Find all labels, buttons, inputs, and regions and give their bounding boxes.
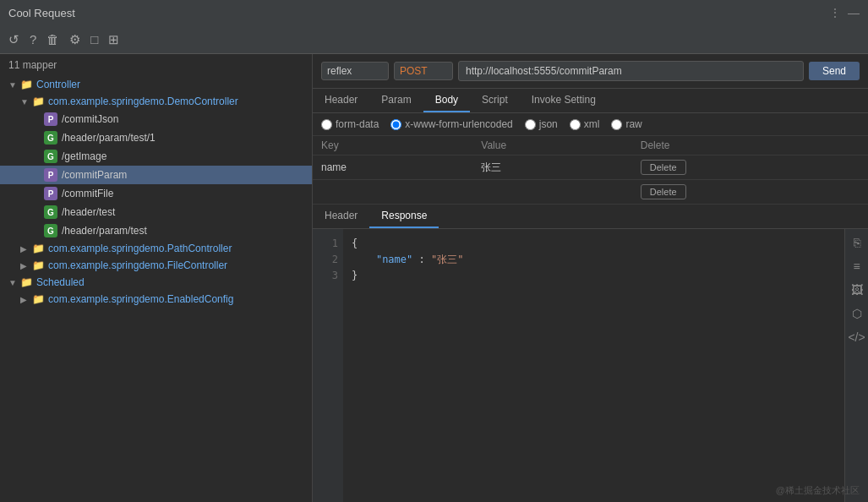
reflex-select[interactable]: reflex xyxy=(321,62,389,80)
image-icon[interactable]: 🖼 xyxy=(849,281,865,298)
tree-item-commitJson[interactable]: P/commitJson xyxy=(0,110,312,128)
col-value: Value xyxy=(472,136,631,156)
tab-header[interactable]: Header xyxy=(313,89,369,112)
tree-label: /header/param/test/1 xyxy=(62,132,156,144)
tree-arrow: ▶ xyxy=(20,295,32,304)
param-table: Key Value Delete name 张三 Delete Delete xyxy=(313,136,868,205)
tree-item-demo-controller[interactable]: ▼📁com.example.springdemo.DemoController xyxy=(0,93,312,110)
tab-body[interactable]: Body xyxy=(423,89,470,112)
list-icon[interactable]: ≡ xyxy=(851,258,861,275)
method-badge: G xyxy=(44,224,57,237)
tree-arrow: ▼ xyxy=(8,80,20,90)
tree-item-header-test[interactable]: G/header/test xyxy=(0,203,312,221)
main-layout: 11 mapper ▼📁Controller▼📁com.example.spri… xyxy=(0,54,868,502)
radio-raw[interactable]: raw xyxy=(611,118,641,130)
folder-icon: 📁 xyxy=(32,293,45,305)
tree-label: /getImage xyxy=(62,150,106,162)
delete-button-1[interactable]: Delete xyxy=(641,184,686,199)
method-badge: G xyxy=(44,131,57,145)
response-code: { "name" : "张三" } xyxy=(343,229,844,502)
tree-label: /commitParam xyxy=(62,169,127,181)
tree-label: /header/test xyxy=(62,206,115,218)
tag-icon[interactable]: ⬡ xyxy=(850,305,864,322)
param-delete-0: Delete xyxy=(632,156,868,180)
tree-item-getImage[interactable]: G/getImage xyxy=(0,147,312,166)
tree-item-header-param-test-1[interactable]: G/header/param/test/1 xyxy=(0,128,312,147)
code-line-1: { xyxy=(352,236,836,252)
help-icon[interactable]: ? xyxy=(30,32,36,46)
layout-icon[interactable]: ⊞ xyxy=(108,32,119,47)
code-icon[interactable]: </> xyxy=(846,329,866,346)
folder-icon: 📁 xyxy=(32,259,45,271)
tab-script[interactable]: Script xyxy=(470,89,520,112)
folder-icon: 📁 xyxy=(32,243,45,254)
app-title: Cool Request xyxy=(8,7,75,19)
radio-json[interactable]: json xyxy=(525,118,558,130)
tree-item-enabled-config[interactable]: ▶📁com.example.springdemo.EnabledConfig xyxy=(0,291,312,308)
line-numbers: 123 xyxy=(313,229,343,502)
table-row: name 张三 Delete xyxy=(313,156,868,180)
folder-icon: 📁 xyxy=(32,95,45,107)
toolbar: ↺ ? 🗑 ⚙ □ ⊞ xyxy=(0,25,868,54)
tree-label: /commitJson xyxy=(62,113,118,125)
body-type-row: form-data x-www-form-urlencoded json xml… xyxy=(313,113,868,136)
tree-item-commitFile[interactable]: P/commitFile xyxy=(0,184,312,203)
param-value-1 xyxy=(472,180,631,205)
delete-button-0[interactable]: Delete xyxy=(641,160,686,175)
tree-arrow: ▼ xyxy=(8,278,20,287)
mapper-count: 11 mapper xyxy=(0,54,312,76)
tree-arrow: ▶ xyxy=(20,244,32,254)
tree-item-file-controller[interactable]: ▶📁com.example.springdemo.FileController xyxy=(0,257,312,274)
url-input[interactable] xyxy=(458,61,804,81)
window-icon[interactable]: □ xyxy=(90,32,98,46)
param-key-0: name xyxy=(313,156,472,180)
tree-label: Scheduled xyxy=(36,276,85,288)
tree-item-controller-root[interactable]: ▼📁Controller xyxy=(0,76,312,93)
response-tabs: Header Response xyxy=(313,205,868,229)
tree-item-scheduled-root[interactable]: ▼📁Scheduled xyxy=(0,274,312,291)
tree-label: com.example.springdemo.DemoController xyxy=(48,95,238,107)
request-bar: reflex POST GET PUT DELETE PATCH Send xyxy=(313,54,868,89)
window-controls: ⋮ — xyxy=(829,6,860,19)
tree-item-path-controller[interactable]: ▶📁com.example.springdemo.PathController xyxy=(0,240,312,257)
code-line-2: "name" : "张三" xyxy=(352,252,836,268)
tree-container: ▼📁Controller▼📁com.example.springdemo.Dem… xyxy=(0,76,312,308)
table-row: Delete xyxy=(313,180,868,205)
method-badge: P xyxy=(44,187,57,200)
response-section: Header Response 123 { "name" : "张三" } ⎘ … xyxy=(313,205,868,502)
send-button[interactable]: Send xyxy=(809,62,860,80)
param-key-1 xyxy=(313,180,472,205)
tree-item-header-param-test[interactable]: G/header/param/test xyxy=(0,221,312,240)
refresh-icon[interactable]: ↺ xyxy=(8,32,19,47)
settings-icon[interactable]: ⚙ xyxy=(69,32,80,47)
tree-label: Controller xyxy=(36,79,80,90)
tree-item-commitParam[interactable]: P/commitParam xyxy=(0,166,312,184)
method-select[interactable]: POST GET PUT DELETE PATCH xyxy=(394,62,453,80)
request-tabs: Header Param Body Script Invoke Setting xyxy=(313,89,868,113)
watermark: @稀土掘金技术社区 xyxy=(776,484,860,497)
tab-response-body[interactable]: Response xyxy=(369,205,439,228)
radio-form-data[interactable]: form-data xyxy=(321,118,379,130)
title-bar: Cool Request ⋮ — xyxy=(0,0,868,25)
radio-urlencoded[interactable]: x-www-form-urlencoded xyxy=(390,118,512,130)
response-body: 123 { "name" : "张三" } ⎘ ≡ 🖼 ⬡ </> xyxy=(313,229,868,502)
tree-arrow: ▼ xyxy=(20,97,32,106)
side-icons: ⎘ ≡ 🖼 ⬡ </> xyxy=(844,229,868,502)
tab-invoke-setting[interactable]: Invoke Setting xyxy=(520,89,608,112)
content-panel: reflex POST GET PUT DELETE PATCH Send He… xyxy=(313,54,868,502)
param-delete-1: Delete xyxy=(632,180,868,205)
tab-response-header[interactable]: Header xyxy=(313,205,369,228)
tree-label: com.example.springdemo.EnabledConfig xyxy=(48,293,233,305)
minimize-icon[interactable]: — xyxy=(848,6,860,19)
code-line-3: } xyxy=(352,268,836,284)
radio-xml[interactable]: xml xyxy=(570,118,600,130)
more-icon[interactable]: ⋮ xyxy=(829,6,841,19)
folder-icon: 📁 xyxy=(20,276,33,288)
method-badge: G xyxy=(44,205,57,219)
method-badge: P xyxy=(44,168,57,182)
param-value-0: 张三 xyxy=(472,156,631,180)
tab-param[interactable]: Param xyxy=(369,89,423,112)
copy-icon[interactable]: ⎘ xyxy=(852,234,862,251)
tree-label: com.example.springdemo.PathController xyxy=(48,243,232,254)
delete-icon[interactable]: 🗑 xyxy=(46,32,59,46)
